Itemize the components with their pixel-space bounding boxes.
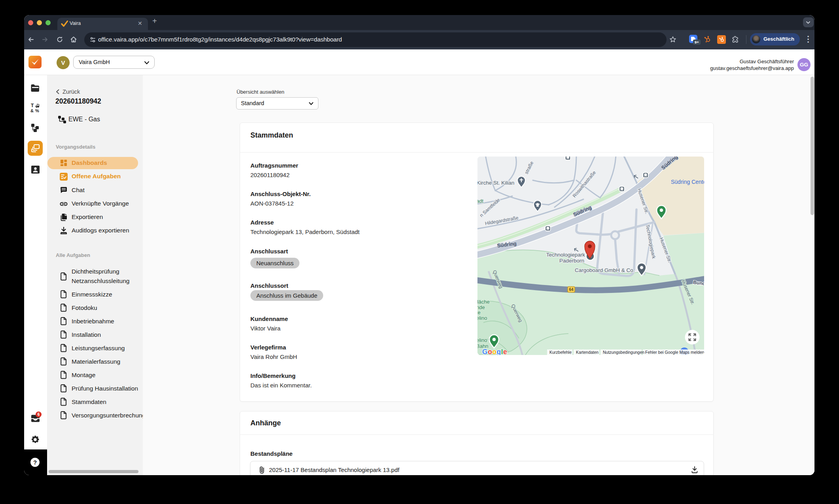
svg-text:Google: Google bbox=[482, 348, 507, 355]
svg-text:Kartendaten: Kartendaten bbox=[576, 350, 598, 355]
svg-text:te: te bbox=[477, 310, 481, 315]
svg-text:Nutzungsbedingungen: Nutzungsbedingungen bbox=[603, 350, 644, 355]
svg-text:Kirche St. Kilian: Kirche St. Kilian bbox=[477, 180, 514, 186]
svg-text:T: T bbox=[31, 103, 34, 108]
svg-text:&: & bbox=[30, 108, 34, 113]
svg-text:Paderborn: Paderborn bbox=[559, 258, 584, 264]
svg-text:Südring Center: Südring Center bbox=[671, 179, 704, 185]
svg-text:Technologiepark: Technologiepark bbox=[546, 252, 585, 258]
svg-text:adt: adt bbox=[477, 198, 483, 204]
svg-text:Kurzbefehle: Kurzbefehle bbox=[549, 350, 572, 355]
svg-text:elino: elino bbox=[477, 337, 487, 343]
svg-text:fläche: fläche bbox=[477, 299, 490, 305]
svg-text:elino: elino bbox=[477, 315, 487, 321]
svg-text:Fehler bei Google Maps melden: Fehler bei Google Maps melden bbox=[645, 350, 704, 355]
svg-text:%: % bbox=[35, 108, 39, 113]
svg-text:64: 64 bbox=[569, 287, 574, 292]
svg-text:Cargoboard GmbH & Co.: Cargoboard GmbH & Co. bbox=[575, 267, 635, 273]
